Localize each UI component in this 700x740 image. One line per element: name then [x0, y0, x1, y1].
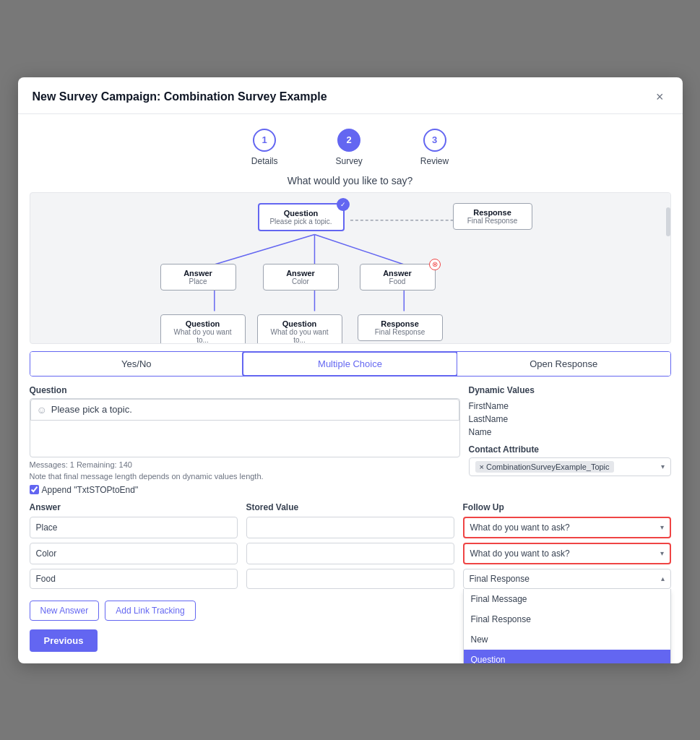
dv-name[interactable]: Name: [469, 426, 671, 439]
select-chevron-icon: ▾: [661, 462, 665, 470]
svg-line-2: [314, 234, 404, 264]
section-title: What would you like to say?: [18, 175, 683, 186]
append-label-text: Append "TxtSTOPtoEnd": [42, 485, 139, 495]
step-circle-1: 1: [253, 129, 276, 152]
flow-node-q1[interactable]: Question Please pick a topic. ✓: [258, 203, 345, 231]
step-survey: 2 Survey: [335, 129, 362, 166]
step-circle-2: 2: [337, 129, 360, 152]
answer-input-3[interactable]: [30, 569, 238, 589]
emoji-icon[interactable]: ☺: [37, 404, 47, 416]
followup-dropdown-3[interactable]: Final Response ▴: [463, 569, 671, 589]
dropdown-item-new[interactable]: New: [464, 629, 670, 650]
messages-info: Messages: 1 Remaining: 140: [30, 460, 460, 469]
note-info: Note that final message length depends o…: [30, 472, 460, 481]
answer-input-2[interactable]: [30, 543, 238, 564]
contact-attr-select[interactable]: × CombinationSurveyExample_Topic ▾: [469, 457, 671, 476]
flow-node-r2[interactable]: Response Final Response: [358, 314, 443, 341]
svg-line-0: [214, 234, 314, 264]
flow-node-q3[interactable]: Question What do you want to...: [257, 314, 342, 344]
followup-chevron-1: ▾: [660, 523, 664, 531]
new-answer-button[interactable]: New Answer: [30, 601, 100, 621]
followup-dropdown-2[interactable]: What do you want to ask? ▾: [463, 543, 671, 564]
answer-section: Answer Stored Value Follow Up What do yo…: [18, 495, 683, 589]
contact-attr-label: Contact Attribute: [469, 444, 671, 455]
question-body[interactable]: [30, 421, 459, 457]
answer-row-2: What do you want to ask? ▾: [30, 543, 671, 564]
question-label: Question: [30, 385, 460, 395]
tab-yesno[interactable]: Yes/No: [30, 352, 243, 376]
modal: New Survey Campaign: Combination Survey …: [18, 77, 683, 663]
previous-button[interactable]: Previous: [30, 629, 98, 652]
dv-lastname[interactable]: LastName: [469, 413, 671, 426]
question-placeholder: Please pick a topic.: [51, 404, 132, 415]
flow-node-q2[interactable]: Question What do you want to...: [160, 314, 246, 344]
col-answer: Answer: [30, 502, 238, 512]
flow-node-a1[interactable]: Answer Place: [160, 264, 236, 291]
dynamic-values-label: Dynamic Values: [469, 385, 671, 395]
append-row: Append "TxtSTOPtoEnd": [30, 485, 460, 495]
step-review: 3 Review: [420, 129, 449, 166]
col-followup: Follow Up: [463, 502, 671, 512]
followup-dropdown-3-wrapper: Final Response ▴ Final Message Final Res…: [463, 569, 671, 589]
modal-overlay: New Survey Campaign: Combination Survey …: [0, 0, 700, 740]
close-button[interactable]: ×: [652, 89, 668, 105]
followup-chevron-3: ▴: [661, 575, 665, 582]
append-checkbox-label[interactable]: Append "TxtSTOPtoEnd": [30, 485, 139, 495]
right-column: Dynamic Values FirstName LastName Name C…: [469, 385, 671, 495]
answer-header: Answer Stored Value Follow Up: [30, 502, 671, 512]
step-circle-3: 3: [423, 129, 446, 152]
answer-input-1[interactable]: [30, 517, 238, 538]
flow-node-r1[interactable]: Response Final Response: [453, 203, 532, 230]
add-link-button[interactable]: Add Link Tracking: [105, 601, 195, 621]
followup-dropdown-1[interactable]: What do you want to ask? ▾: [463, 517, 671, 538]
followup-dropdown-list: Final Message Final Response New Questio…: [463, 589, 671, 663]
flow-node-a3[interactable]: Answer Food ⊗: [360, 264, 436, 291]
append-checkbox[interactable]: [30, 485, 39, 494]
tab-openresponse[interactable]: Open Response: [457, 352, 670, 376]
form-section: Question ☺ Please pick a topic. Messages…: [18, 377, 683, 495]
stored-input-1[interactable]: [246, 517, 454, 538]
dropdown-item-final-response[interactable]: Final Response: [464, 609, 670, 629]
left-column: Question ☺ Please pick a topic. Messages…: [30, 385, 460, 495]
step-details: 1 Details: [251, 129, 278, 166]
delete-answer-icon[interactable]: ⊗: [429, 259, 441, 270]
tab-bar: Yes/No Multiple Choice Open Response: [30, 351, 671, 377]
stepper: 1 Details 2 Survey 3 Review: [18, 114, 683, 175]
modal-header: New Survey Campaign: Combination Survey …: [18, 77, 683, 114]
dropdown-item-final-message[interactable]: Final Message: [464, 589, 670, 609]
answer-row-1: What do you want to ask? ▾: [30, 517, 671, 538]
stored-input-3[interactable]: [246, 569, 454, 589]
followup-chevron-2: ▾: [660, 549, 664, 557]
flow-diagram: Question Please pick a topic. ✓ Response…: [30, 192, 671, 344]
question-input-wrapper: ☺ Please pick a topic.: [30, 398, 460, 457]
step-label-2: Survey: [335, 156, 362, 166]
dropdown-item-question[interactable]: Question: [464, 650, 670, 663]
tab-multiplechoice[interactable]: Multiple Choice: [242, 351, 458, 377]
flow-node-a2[interactable]: Answer Color: [263, 264, 339, 291]
answer-row-3: Final Response ▴ Final Message Final Res…: [30, 569, 671, 589]
textarea-header: ☺ Please pick a topic.: [30, 399, 459, 421]
dv-firstname[interactable]: FirstName: [469, 400, 671, 413]
col-stored: Stored Value: [246, 502, 454, 512]
modal-title: New Survey Campaign: Combination Survey …: [33, 90, 327, 103]
step-label-3: Review: [420, 156, 449, 166]
contact-attr-tag: × CombinationSurveyExample_Topic: [475, 461, 614, 473]
stored-input-2[interactable]: [246, 543, 454, 564]
step-label-1: Details: [251, 156, 278, 166]
